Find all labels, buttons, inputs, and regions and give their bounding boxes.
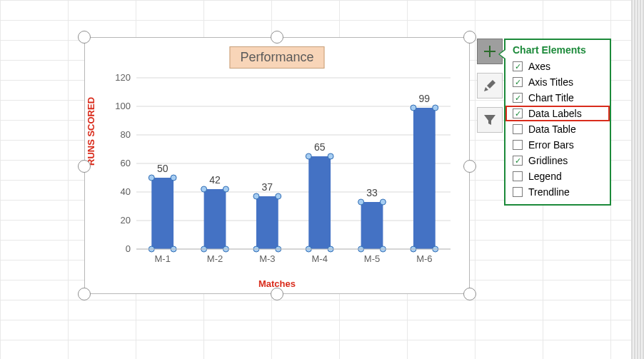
flyout-item-data-table[interactable]: Data Table [505, 121, 610, 137]
series-marker [276, 193, 281, 199]
flyout-item-trendline[interactable]: Trendline [505, 184, 610, 200]
x-tick-label: M-1 [154, 253, 170, 264]
flyout-item-label: Error Bars [528, 139, 574, 151]
series-marker [171, 175, 176, 181]
checkbox[interactable] [513, 171, 523, 181]
selection-handle[interactable] [78, 31, 91, 44]
checkbox[interactable] [513, 156, 523, 166]
selection-handle[interactable] [271, 31, 283, 44]
sheet-scroll-edge [631, 0, 644, 359]
data-label[interactable]: 42 [209, 174, 221, 186]
chart-object[interactable]: Performance RUNS SCORED Matches 02040608… [84, 37, 470, 294]
y-tick-label: 0 [126, 243, 131, 254]
checkbox[interactable] [513, 77, 523, 87]
data-label[interactable]: 99 [419, 93, 431, 104]
chart-elements-flyout: Chart Elements AxesAxis TitlesChart Titl… [504, 39, 611, 206]
y-tick-label: 120 [115, 72, 131, 83]
flyout-item-chart-title[interactable]: Chart Title [505, 90, 610, 106]
plus-icon [483, 44, 497, 59]
y-tick-label: 40 [121, 186, 131, 197]
y-tick-label: 60 [121, 158, 131, 168]
filter-icon [483, 113, 497, 127]
x-tick-label: M-6 [416, 253, 432, 264]
series-marker [380, 199, 386, 205]
series-marker [201, 186, 207, 192]
flyout-item-label: Axis Titles [528, 76, 573, 88]
flyout-item-label: Gridlines [528, 155, 568, 166]
series-marker [358, 199, 364, 205]
plot-area[interactable]: 020406080100120 M-1M-2M-3M-4M-5M-6 50423… [136, 78, 451, 249]
checkbox[interactable] [513, 140, 523, 150]
y-axis-title[interactable]: RUNS SCORED [86, 97, 96, 166]
flyout-title: Chart Elements [505, 40, 610, 59]
x-tick-label: M-3 [259, 253, 275, 264]
bar[interactable] [308, 156, 331, 249]
chart-styles-button[interactable] [477, 73, 503, 98]
flyout-item-data-labels[interactable]: Data Labels [505, 106, 610, 121]
series-marker [411, 105, 416, 111]
bar[interactable] [151, 178, 173, 249]
flyout-item-axes[interactable]: Axes [505, 59, 610, 74]
selection-handle[interactable] [463, 31, 476, 44]
selection-handle[interactable] [271, 288, 283, 300]
checkbox[interactable] [513, 124, 523, 134]
flyout-item-label: Axes [528, 61, 550, 72]
x-tick-label: M-5 [364, 253, 380, 264]
series-marker [306, 153, 311, 159]
y-tick-label: 20 [121, 215, 131, 226]
flyout-item-legend[interactable]: Legend [505, 168, 610, 184]
selection-handle[interactable] [78, 288, 91, 300]
flyout-item-error-bars[interactable]: Error Bars [505, 137, 610, 153]
flyout-item-axis-titles[interactable]: Axis Titles [505, 74, 610, 90]
flyout-item-label: Data Table [528, 123, 576, 135]
x-tick-label: M-2 [207, 253, 223, 264]
data-label[interactable]: 50 [157, 163, 168, 174]
series-marker [223, 186, 228, 192]
chart-title[interactable]: Performance [229, 46, 324, 69]
selection-handle[interactable] [463, 288, 476, 300]
checkbox[interactable] [513, 108, 523, 118]
x-tick-label: M-4 [311, 253, 327, 264]
data-label[interactable]: 37 [262, 181, 273, 193]
series-marker [149, 175, 154, 181]
series-marker [328, 153, 333, 159]
selection-handle[interactable] [78, 160, 91, 173]
flyout-pointer [498, 49, 505, 60]
flyout-item-label: Data Labels [528, 108, 582, 119]
checkbox[interactable] [513, 93, 523, 103]
chart-filters-button[interactable] [477, 107, 503, 133]
bar[interactable] [256, 196, 278, 249]
bar[interactable] [204, 189, 226, 249]
selection-handle[interactable] [463, 160, 476, 173]
flyout-item-label: Chart Title [528, 92, 574, 103]
y-tick-label: 100 [115, 101, 131, 111]
bar[interactable] [413, 108, 436, 249]
flyout-item-label: Legend [528, 171, 562, 182]
data-label[interactable]: 33 [366, 187, 378, 198]
bar[interactable] [361, 202, 383, 249]
checkbox[interactable] [513, 187, 523, 197]
data-label[interactable]: 65 [314, 141, 326, 153]
series-marker [433, 105, 438, 111]
y-tick-label: 80 [121, 129, 131, 140]
flyout-item-gridlines[interactable]: Gridlines [505, 153, 610, 168]
checkbox[interactable] [513, 61, 523, 71]
brush-icon [483, 79, 497, 93]
series-marker [253, 193, 259, 199]
flyout-item-label: Trendline [528, 186, 570, 198]
